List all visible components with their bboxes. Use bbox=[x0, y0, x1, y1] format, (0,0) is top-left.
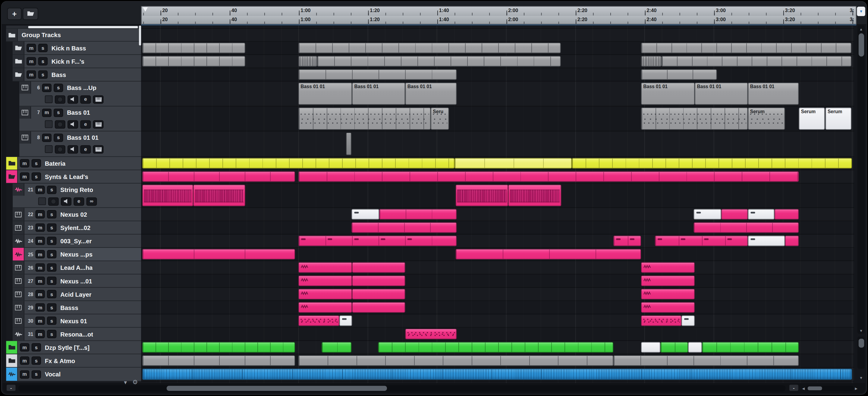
mute-button[interactable]: m bbox=[36, 317, 45, 325]
solo-button[interactable]: s bbox=[32, 357, 41, 365]
clip[interactable] bbox=[785, 236, 799, 246]
clip[interactable] bbox=[142, 185, 193, 206]
solo-button[interactable]: s bbox=[47, 290, 56, 299]
mute-button[interactable]: m bbox=[36, 210, 45, 219]
clip[interactable] bbox=[346, 133, 351, 155]
clip[interactable] bbox=[456, 249, 641, 260]
clip[interactable] bbox=[299, 276, 352, 286]
mini-scroll-thumb[interactable] bbox=[807, 386, 822, 390]
clip[interactable] bbox=[379, 209, 457, 220]
track-row-basss[interactable]: 29msBasss bbox=[13, 301, 141, 314]
clip[interactable] bbox=[688, 342, 702, 352]
solo-button[interactable]: s bbox=[54, 108, 63, 117]
mute-button[interactable]: m bbox=[36, 277, 45, 285]
clip-bass-01-01[interactable]: Bass 01 01 bbox=[405, 83, 457, 105]
record-arm-button[interactable] bbox=[55, 120, 65, 129]
clip-seru[interactable]: Seru bbox=[431, 108, 449, 130]
track-row-string-reto[interactable]: 21msString Retoe∞ bbox=[13, 183, 141, 208]
mute-button[interactable]: m bbox=[36, 223, 45, 232]
mute-button[interactable]: m bbox=[36, 237, 45, 245]
clip[interactable] bbox=[641, 108, 748, 130]
clip[interactable] bbox=[193, 185, 245, 206]
clip[interactable] bbox=[572, 158, 852, 168]
scroll-down-button[interactable]: ▼ bbox=[858, 327, 865, 334]
track-row-group-tracks[interactable]: Group Tracks bbox=[6, 29, 141, 41]
solo-button[interactable]: s bbox=[54, 134, 63, 142]
clip[interactable] bbox=[351, 209, 379, 220]
mute-button[interactable]: m bbox=[20, 172, 29, 181]
clip[interactable] bbox=[299, 315, 339, 326]
mute-button[interactable]: m bbox=[36, 250, 45, 258]
track-row-fx-atmo[interactable]: msFx & Atmo bbox=[6, 355, 141, 368]
track-row-hidden[interactable] bbox=[6, 25, 141, 29]
track-row-lead-a-ha[interactable]: 26msLead A...ha bbox=[13, 261, 141, 274]
clip[interactable] bbox=[613, 355, 799, 366]
clip[interactable] bbox=[508, 185, 561, 206]
input-slot[interactable] bbox=[38, 197, 46, 205]
track-row-sylent-02[interactable]: 23msSylent...02 bbox=[13, 221, 141, 234]
clip[interactable] bbox=[775, 209, 799, 220]
tracklist-expand-chevron[interactable]: ▼ bbox=[123, 380, 128, 385]
horizontal-scrollbar[interactable] bbox=[19, 386, 786, 392]
clip-bass-01-01[interactable]: Bass 01 01 bbox=[352, 83, 405, 105]
track-row-003-sy-er[interactable]: 24ms003_Sy...er bbox=[13, 234, 141, 248]
solo-button[interactable]: s bbox=[47, 223, 56, 232]
clip-serum[interactable]: Serum bbox=[826, 108, 851, 130]
clip[interactable] bbox=[641, 342, 660, 352]
edit-channel-button[interactable]: e bbox=[80, 95, 91, 104]
mute-button[interactable]: m bbox=[20, 370, 29, 378]
edit-channel-button[interactable]: e bbox=[80, 145, 91, 153]
clip[interactable] bbox=[641, 289, 695, 300]
clip[interactable] bbox=[299, 108, 431, 130]
track-row-synts-lead-s[interactable]: msSynts & Lead's bbox=[6, 170, 141, 183]
clip[interactable] bbox=[681, 315, 695, 326]
timeline-ruler-row[interactable]: 20401:001:201:402:002:202:403:003:203: bbox=[142, 7, 856, 16]
instrument-icon[interactable] bbox=[93, 120, 104, 129]
track-row-kick-n-bass[interactable]: msKick n Bass bbox=[13, 41, 141, 55]
clip-serum[interactable]: Serum bbox=[799, 108, 825, 130]
input-slot[interactable] bbox=[45, 95, 53, 103]
track-row-nexus-01[interactable]: 30msNexus 01 bbox=[13, 314, 141, 328]
clip[interactable] bbox=[641, 43, 851, 53]
vertical-zoom-thumb[interactable] bbox=[858, 339, 864, 347]
solo-button[interactable]: s bbox=[32, 172, 41, 181]
monitor-button[interactable] bbox=[67, 95, 78, 104]
clip[interactable] bbox=[142, 369, 852, 380]
clip[interactable] bbox=[641, 69, 717, 80]
clip-bass-01-01[interactable]: Bass 01 01 bbox=[299, 83, 352, 105]
zoom-out-tracks-button[interactable]: - bbox=[6, 384, 16, 392]
clip[interactable] bbox=[299, 236, 457, 246]
clip[interactable] bbox=[641, 302, 695, 313]
clip[interactable] bbox=[299, 289, 352, 300]
clip[interactable] bbox=[405, 329, 457, 339]
mute-button[interactable]: m bbox=[20, 343, 29, 351]
zoom-down-button[interactable]: ▼ bbox=[858, 374, 865, 381]
solo-button[interactable]: s bbox=[38, 70, 48, 79]
clip[interactable] bbox=[142, 249, 295, 260]
mini-scroll-left-button[interactable]: ◀ bbox=[802, 386, 804, 390]
clip[interactable] bbox=[142, 56, 245, 67]
solo-button[interactable]: s bbox=[54, 83, 63, 92]
clip[interactable] bbox=[655, 236, 748, 246]
clip[interactable] bbox=[142, 158, 455, 168]
instrument-icon[interactable] bbox=[93, 95, 104, 104]
clip[interactable] bbox=[378, 342, 613, 352]
clip[interactable] bbox=[641, 276, 695, 286]
clip[interactable] bbox=[299, 355, 613, 366]
clip[interactable] bbox=[352, 302, 405, 313]
mini-scroll-right-button[interactable]: ▶ bbox=[855, 386, 858, 390]
clip[interactable] bbox=[317, 56, 561, 67]
track-row-bass-up[interactable]: 6msBass ...Upe bbox=[19, 82, 141, 107]
input-slot[interactable] bbox=[45, 120, 53, 128]
record-arm-button[interactable] bbox=[48, 197, 59, 205]
track-row-nexus-02[interactable]: 22msNexus 02 bbox=[13, 208, 141, 221]
clip[interactable] bbox=[299, 43, 561, 53]
solo-button[interactable]: s bbox=[38, 57, 48, 65]
vertical-zoom-track[interactable] bbox=[858, 337, 865, 369]
clip[interactable] bbox=[613, 236, 641, 246]
clip[interactable] bbox=[661, 56, 851, 67]
mute-button[interactable]: m bbox=[36, 290, 45, 299]
clip[interactable] bbox=[352, 276, 405, 286]
zoom-out-timeline-button[interactable]: - bbox=[789, 384, 799, 392]
mute-button[interactable]: m bbox=[36, 303, 45, 312]
